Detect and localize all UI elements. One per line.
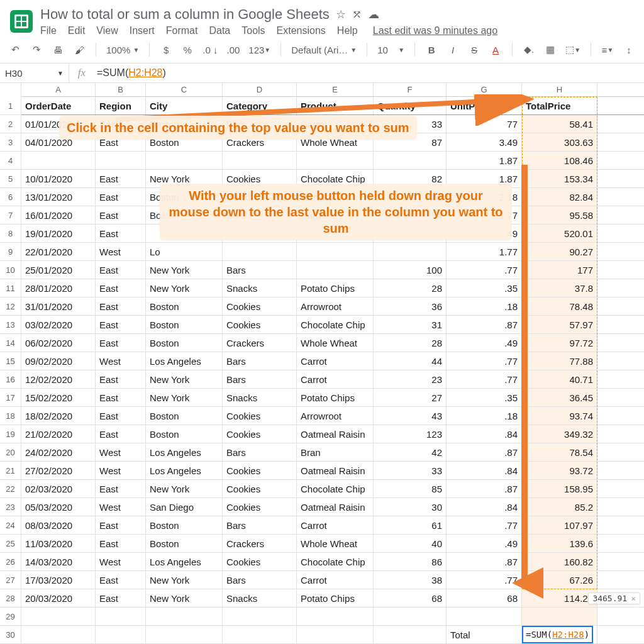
cell[interactable]: .77 (447, 571, 522, 589)
row-header[interactable]: 11 (0, 279, 21, 297)
cell[interactable]: Potato Chips (297, 279, 374, 297)
cell[interactable]: 68 (374, 589, 447, 607)
cell[interactable]: 33 (374, 462, 447, 479)
row-header[interactable]: 15 (0, 352, 21, 370)
cell[interactable]: 44 (374, 352, 447, 370)
cell[interactable]: East (96, 589, 146, 607)
italic-icon[interactable]: I (447, 43, 459, 57)
cell[interactable]: 3.49 (447, 133, 522, 151)
cell[interactable]: Oatmeal Raisin (297, 425, 374, 443)
cell[interactable]: 10/01/2020 (21, 170, 96, 187)
cell[interactable]: 40 (374, 535, 447, 552)
cell[interactable]: Boston (146, 407, 223, 425)
cell[interactable]: 27 (374, 389, 447, 406)
cell[interactable]: Whole Wheat (297, 535, 374, 552)
cell[interactable]: Boston (146, 297, 223, 315)
cell[interactable]: .77 (447, 352, 522, 370)
cell[interactable]: .35 (447, 389, 522, 406)
row-header[interactable]: 25 (0, 535, 21, 553)
cell[interactable]: Carrot (297, 370, 374, 388)
cell[interactable]: 24/02/2020 (21, 443, 96, 461)
cell[interactable]: Snacks (223, 389, 297, 406)
cell[interactable]: Carrot (297, 516, 374, 534)
cell[interactable]: 43 (374, 407, 447, 425)
cell[interactable]: 23 (374, 370, 447, 388)
cell[interactable]: Carrot (297, 352, 374, 370)
cell[interactable]: Carrot (297, 571, 374, 589)
row-header[interactable]: 3 (0, 133, 21, 152)
cell[interactable] (374, 608, 447, 625)
cell[interactable]: Boston (146, 334, 223, 352)
cell[interactable]: .84 (447, 498, 522, 516)
paint-format-icon[interactable]: 🖌 (73, 43, 86, 57)
cell[interactable]: 123 (374, 425, 447, 443)
cell[interactable]: Oatmeal Raisin (297, 462, 374, 479)
cell[interactable]: 28 (374, 279, 447, 297)
menu-format[interactable]: Format (166, 25, 198, 36)
header-cell[interactable]: UnitPrice (447, 97, 522, 114)
cell[interactable]: 08/03/2020 (21, 516, 96, 534)
cell[interactable]: San Diego (146, 498, 223, 516)
print-icon[interactable]: 🖶 (52, 43, 64, 57)
menu-tools[interactable]: Tools (242, 25, 265, 36)
cell[interactable]: 42 (374, 443, 447, 461)
cell[interactable]: West (96, 498, 146, 516)
cell[interactable]: 82.84 (522, 188, 597, 206)
row-header[interactable]: 30 (0, 626, 21, 644)
merge-icon[interactable]: ⬚ ▼ (565, 43, 580, 57)
col-header-D[interactable]: D (223, 83, 297, 96)
menu-file[interactable]: File (40, 25, 57, 36)
star-icon[interactable]: ☆ (336, 8, 346, 21)
cell[interactable] (374, 626, 447, 643)
cell[interactable]: 21/02/2020 (21, 425, 96, 443)
row-header[interactable]: 20 (0, 443, 21, 462)
cell[interactable]: .49 (447, 334, 522, 352)
row-header[interactable]: 10 (0, 261, 21, 279)
menu-edit[interactable]: Edit (68, 25, 86, 36)
move-icon[interactable]: ⤱ (352, 8, 362, 21)
cell[interactable]: 77 (447, 115, 522, 133)
active-formula-cell[interactable]: =SUM(H2:H28) (522, 626, 593, 643)
cell[interactable]: 1.87 (447, 152, 522, 169)
cell[interactable] (223, 243, 297, 260)
cell[interactable]: =SUM(H2:H28) (522, 626, 597, 643)
format-number-icon[interactable]: 123 ▼ (248, 43, 270, 57)
cell[interactable]: 14/03/2020 (21, 553, 96, 570)
cell[interactable]: .18 (447, 297, 522, 315)
cell[interactable]: 139.6 (522, 535, 597, 552)
bold-icon[interactable]: B (425, 43, 438, 57)
cell[interactable]: Bars (223, 370, 297, 388)
row-header[interactable]: 14 (0, 334, 21, 352)
row-header[interactable]: 2 (0, 115, 21, 133)
cell[interactable]: 36 (374, 297, 447, 315)
cell[interactable]: 03/02/2020 (21, 316, 96, 333)
cell[interactable]: 40.71 (522, 370, 597, 388)
cell[interactable]: Crackers (223, 535, 297, 552)
cell[interactable]: 22/01/2020 (21, 243, 96, 260)
row-header[interactable]: 26 (0, 553, 21, 571)
cell[interactable]: Chocolate Chip (297, 316, 374, 333)
cell[interactable]: 93.74 (522, 407, 597, 425)
cell[interactable]: 09/02/2020 (21, 352, 96, 370)
cell[interactable] (21, 626, 96, 643)
row-header[interactable]: 16 (0, 370, 21, 389)
cell[interactable]: 19/01/2020 (21, 225, 96, 242)
formula-bar[interactable]: =SUM(H2:H28) (94, 64, 169, 82)
cell[interactable]: Los Angeles (146, 553, 223, 570)
cell[interactable]: 85 (374, 480, 447, 497)
cell[interactable]: East (96, 334, 146, 352)
cell[interactable] (146, 608, 223, 625)
cell[interactable] (96, 152, 146, 169)
valign-icon[interactable]: ↕ (623, 43, 635, 57)
cell[interactable]: 114.24 (522, 589, 597, 607)
row-header[interactable]: 12 (0, 297, 21, 316)
cell[interactable]: 520.01 (522, 225, 597, 242)
cell[interactable]: East (96, 389, 146, 406)
cell[interactable]: 153.34 (522, 170, 597, 187)
cell[interactable] (297, 261, 374, 279)
cell[interactable]: .77 (447, 516, 522, 534)
cell[interactable] (96, 608, 146, 625)
cell[interactable]: 16/01/2020 (21, 206, 96, 224)
header-cell[interactable]: Quantity (374, 97, 447, 114)
cell[interactable]: .87 (447, 553, 522, 570)
